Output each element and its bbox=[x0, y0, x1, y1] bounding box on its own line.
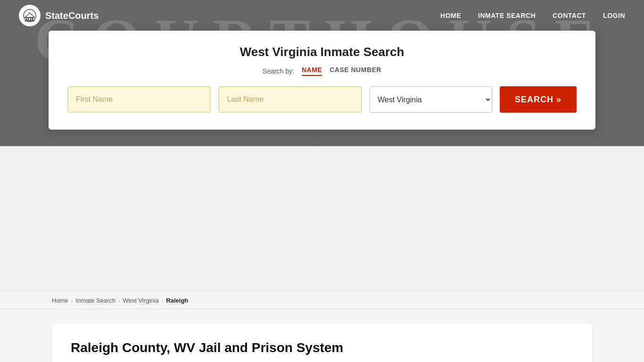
logo[interactable]: StateCourts bbox=[19, 5, 99, 26]
logo-text: StateCourts bbox=[45, 10, 99, 21]
search-inputs-row: AlabamaAlaskaArizonaArkansasCaliforniaCo… bbox=[67, 86, 577, 113]
county-title: Raleigh County, WV Jail and Prison Syste… bbox=[71, 340, 573, 355]
nav-links: HOME INMATE SEARCH CONTACT LOGIN bbox=[440, 12, 625, 19]
header: COURTHOUSE StateCo bbox=[0, 0, 644, 146]
logo-icon bbox=[19, 5, 41, 26]
state-select[interactable]: AlabamaAlaskaArizonaArkansasCaliforniaCo… bbox=[370, 86, 492, 113]
svg-rect-3 bbox=[30, 17, 32, 21]
nav-inmate-search[interactable]: INMATE SEARCH bbox=[478, 12, 536, 19]
search-by-label: Search by: bbox=[263, 67, 294, 75]
nav-login[interactable]: LOGIN bbox=[603, 12, 625, 19]
breadcrumb-sep-2: › bbox=[118, 298, 120, 304]
breadcrumb-sep-3: › bbox=[162, 298, 164, 304]
last-name-input[interactable] bbox=[218, 86, 362, 113]
first-name-input[interactable] bbox=[67, 86, 211, 113]
svg-rect-2 bbox=[28, 17, 29, 21]
tab-name[interactable]: NAME bbox=[302, 66, 322, 76]
svg-rect-4 bbox=[32, 17, 33, 21]
breadcrumb-sep-1: › bbox=[71, 298, 73, 304]
svg-rect-1 bbox=[26, 17, 27, 21]
breadcrumb-home[interactable]: Home bbox=[52, 297, 68, 304]
breadcrumb-inmate-search[interactable]: Inmate Search bbox=[75, 297, 116, 304]
tab-case-number[interactable]: CASE NUMBER bbox=[330, 66, 381, 76]
breadcrumb: Home › Inmate Search › West Virginia › R… bbox=[0, 292, 644, 309]
top-navigation: StateCourts HOME INMATE SEARCH CONTACT L… bbox=[0, 0, 644, 31]
svg-rect-7 bbox=[25, 17, 35, 18]
main-content: Raleigh County, WV Jail and Prison Syste… bbox=[0, 309, 644, 362]
search-by-row: Search by: NAME CASE NUMBER bbox=[67, 66, 577, 76]
svg-point-0 bbox=[24, 9, 36, 22]
breadcrumb-current: Raleigh bbox=[166, 297, 188, 304]
search-card-title: West Virginia Inmate Search bbox=[67, 45, 577, 59]
svg-rect-5 bbox=[25, 20, 34, 22]
search-card: West Virginia Inmate Search Search by: N… bbox=[49, 31, 595, 130]
search-button[interactable]: SEARCH » bbox=[500, 86, 577, 113]
nav-home[interactable]: HOME bbox=[440, 12, 461, 19]
content-card: Raleigh County, WV Jail and Prison Syste… bbox=[52, 323, 592, 362]
nav-contact[interactable]: CONTACT bbox=[553, 12, 586, 19]
breadcrumb-west-virginia[interactable]: West Virginia bbox=[123, 297, 159, 304]
